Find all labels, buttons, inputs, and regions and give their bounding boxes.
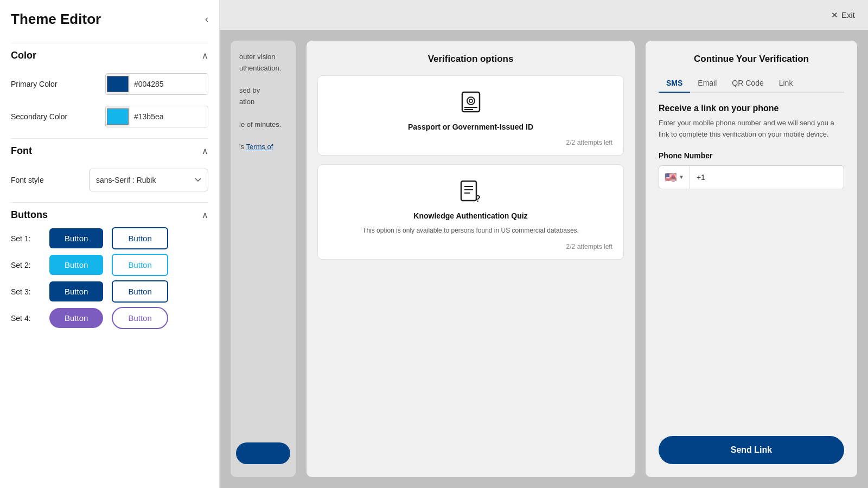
collapse-button[interactable]: ‹ xyxy=(205,14,208,25)
partial-text-1: outer visionuthentication. xyxy=(239,52,287,74)
right-panel: Continue Your Verification SMS Email QR … xyxy=(646,41,857,477)
font-style-row: Font style sans-Serif : Rubik serif : Ge… xyxy=(11,163,208,197)
font-section: Font ∧ Font style sans-Serif : Rubik ser… xyxy=(11,138,208,197)
button-row-set1: Set 1: Button Button xyxy=(11,227,208,249)
us-flag-icon: 🇺🇸 xyxy=(665,171,676,183)
theme-editor-header: Theme Editor ‹ xyxy=(11,11,208,28)
secondary-color-label: Secondary Color xyxy=(11,112,67,121)
receive-desc: Enter your mobile phone number and we wi… xyxy=(659,118,844,140)
theme-editor-title: Theme Editor xyxy=(11,11,101,28)
theme-editor-sidebar: Theme Editor ‹ Color ∧ Primary Color Sec… xyxy=(0,0,220,488)
set1-outline-button[interactable]: Button xyxy=(112,227,168,249)
set4-filled-button[interactable]: Button xyxy=(49,308,103,328)
set2-filled-button[interactable]: Button xyxy=(49,255,103,275)
phone-label: Phone Number xyxy=(659,151,844,160)
primary-color-hex-input[interactable] xyxy=(130,74,208,94)
set2-outline-button[interactable]: Button xyxy=(112,254,168,276)
partial-text-3: le of minutes. xyxy=(239,119,287,131)
terms-link[interactable]: Terms of xyxy=(246,143,273,151)
button-row-set3: Set 3: Button Button xyxy=(11,280,208,303)
phone-prefix: +1 xyxy=(690,173,712,182)
set2-label: Set 2: xyxy=(11,261,41,269)
set3-outline-button[interactable]: Button xyxy=(112,280,168,303)
color-section-header[interactable]: Color ∧ xyxy=(11,43,208,68)
svg-point-4 xyxy=(469,99,473,102)
right-panel-title: Continue Your Verification xyxy=(659,54,844,65)
exit-button[interactable]: ✕ Exit xyxy=(831,10,855,20)
partial-cta-button[interactable] xyxy=(236,442,290,464)
receive-title: Receive a link on your phone xyxy=(659,104,844,113)
set4-label: Set 4: xyxy=(11,314,41,323)
secondary-color-row: Secondary Color xyxy=(11,100,208,133)
flag-chevron-icon: ▼ xyxy=(679,174,684,180)
svg-rect-0 xyxy=(462,92,480,112)
verification-options-card: Verification options Passport or Governm… xyxy=(307,41,635,477)
primary-color-input-group xyxy=(105,73,208,95)
quiz-attempts-badge: 2/2 attempts left xyxy=(566,243,612,251)
set1-label: Set 1: xyxy=(11,234,41,243)
svg-rect-5 xyxy=(461,181,476,201)
verification-tabs: SMS Email QR Code Link xyxy=(659,74,844,93)
primary-color-swatch[interactable] xyxy=(106,74,130,94)
verification-options-title: Verification options xyxy=(317,54,624,65)
passport-icon xyxy=(458,89,484,117)
send-link-button[interactable]: Send Link xyxy=(659,436,844,464)
primary-color-label: Primary Color xyxy=(11,80,58,88)
buttons-section-header[interactable]: Buttons ∧ xyxy=(11,202,208,227)
buttons-section-title: Buttons xyxy=(11,209,48,221)
font-style-label: Font style xyxy=(11,176,44,184)
set3-filled-button[interactable]: Button xyxy=(49,281,103,301)
buttons-section: Buttons ∧ Set 1: Button Button Set 2: Bu… xyxy=(11,202,208,335)
tab-email[interactable]: Email xyxy=(690,74,724,93)
tab-link[interactable]: Link xyxy=(771,74,801,93)
button-row-set4: Set 4: Button Button xyxy=(11,307,208,329)
svg-text:?: ? xyxy=(475,194,481,203)
buttons-grid: Set 1: Button Button Set 2: Button Butto… xyxy=(11,227,208,335)
set4-outline-button[interactable]: Button xyxy=(112,307,168,329)
quiz-icon: ? xyxy=(458,178,484,206)
partial-terms: 's Terms of xyxy=(239,142,287,153)
exit-label: Exit xyxy=(841,10,855,20)
font-section-toggle-icon: ∧ xyxy=(202,146,208,156)
color-section: Color ∧ Primary Color Secondary Color xyxy=(11,43,208,133)
button-row-set2: Set 2: Button Button xyxy=(11,254,208,276)
tab-qr-code[interactable]: QR Code xyxy=(724,74,771,93)
passport-option-title: Passport or Government-Issued ID xyxy=(408,123,533,131)
primary-color-row: Primary Color xyxy=(11,68,208,100)
set3-label: Set 3: xyxy=(11,287,41,296)
secondary-color-hex-input[interactable] xyxy=(130,106,208,127)
quiz-option-desc: This option is only available to persons… xyxy=(362,226,579,235)
partial-card-content: outer visionuthentication. sed byation l… xyxy=(231,41,296,164)
color-section-title: Color xyxy=(11,50,36,61)
font-section-title: Font xyxy=(11,145,32,157)
svg-point-1 xyxy=(467,97,475,105)
font-section-header[interactable]: Font ∧ xyxy=(11,138,208,163)
main-content: outer visionuthentication. sed byation l… xyxy=(220,30,868,488)
partial-left-card: outer visionuthentication. sed byation l… xyxy=(231,41,296,477)
tab-sms[interactable]: SMS xyxy=(659,74,690,93)
passport-attempts-badge: 2/2 attempts left xyxy=(566,139,612,146)
secondary-color-swatch[interactable] xyxy=(106,106,130,127)
color-section-toggle-icon: ∧ xyxy=(202,50,208,61)
quiz-option-card[interactable]: ? Knowledge Authentication Quiz This opt… xyxy=(317,164,624,260)
phone-input-row: 🇺🇸 ▼ +1 xyxy=(659,165,844,189)
country-flag-select[interactable]: 🇺🇸 ▼ xyxy=(659,166,690,189)
close-icon: ✕ xyxy=(831,10,838,20)
passport-option-card[interactable]: Passport or Government-Issued ID 2/2 att… xyxy=(317,75,624,156)
set1-filled-button[interactable]: Button xyxy=(49,228,103,248)
font-style-select[interactable]: sans-Serif : Rubik serif : Georgia monos… xyxy=(89,169,208,191)
partial-text-2: sed byation xyxy=(239,85,287,108)
quiz-option-title: Knowledge Authentication Quiz xyxy=(413,211,527,220)
buttons-section-toggle-icon: ∧ xyxy=(202,210,208,220)
secondary-color-input-group xyxy=(105,106,208,127)
